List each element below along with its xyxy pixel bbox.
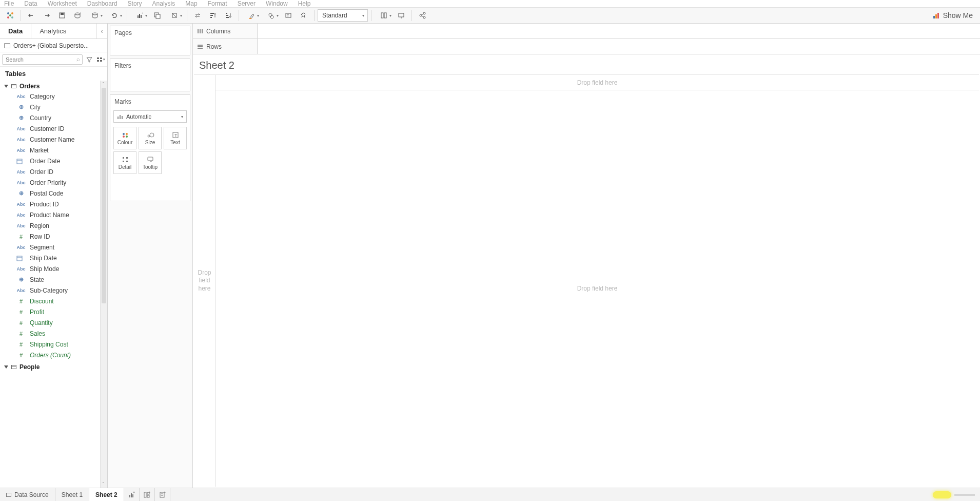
fit-select[interactable]: Standard (318, 9, 368, 22)
highlight-indicator (933, 491, 951, 498)
field-ship-date[interactable]: Ship Date (0, 253, 107, 263)
text-card[interactable]: TText (164, 127, 187, 149)
menu-dashboard[interactable]: Dashboard (86, 0, 119, 7)
field-order-priority[interactable]: AbcOrder Priority (0, 177, 107, 188)
field-orders-count-[interactable]: #Orders (Count) (0, 350, 107, 360)
field-quantity[interactable]: #Quantity (0, 317, 107, 328)
tab-analytics[interactable]: Analytics (31, 24, 74, 38)
drop-columns-zone[interactable]: Drop field here (215, 75, 979, 90)
search-input[interactable]: ⌕ (2, 54, 83, 65)
pause-updates-button[interactable] (86, 9, 104, 22)
table-orders[interactable]: Orders (0, 82, 107, 91)
view-mode-icon[interactable]: ▾ (96, 55, 105, 64)
field-customer-id[interactable]: AbcCustomer ID (0, 123, 107, 134)
pin-button[interactable] (297, 9, 311, 22)
svg-rect-39 (97, 57, 99, 59)
collapse-pane-button[interactable]: ‹ (96, 24, 107, 38)
redo-button[interactable] (40, 9, 54, 22)
field-order-date[interactable]: Order Date (0, 156, 107, 166)
canvas[interactable]: Drop field here Drop field here Drop fie… (194, 74, 979, 487)
presentation-button[interactable] (394, 9, 408, 22)
field-discount[interactable]: #Discount (0, 296, 107, 306)
new-worksheet-button[interactable]: + (130, 9, 149, 22)
datasource-item[interactable]: Orders+ (Global Supersto... (0, 39, 107, 52)
detail-card[interactable]: Detail (113, 151, 136, 174)
table-people[interactable]: People (0, 362, 107, 372)
table-icon (11, 365, 16, 369)
menu-format[interactable]: Format (207, 0, 228, 7)
field-product-name[interactable]: AbcProduct Name (0, 209, 107, 220)
new-story-tab[interactable]: + (155, 488, 170, 501)
swap-button[interactable] (190, 9, 205, 22)
field-category[interactable]: AbcCategory (0, 91, 107, 102)
share-button[interactable] (415, 9, 429, 22)
svg-rect-58 (123, 157, 124, 159)
show-cards-button[interactable] (375, 9, 393, 22)
highlight-button[interactable] (242, 9, 261, 22)
logo-button[interactable] (3, 9, 17, 22)
scrollbar[interactable]: ˄ ˅ (100, 81, 107, 488)
menu-map[interactable]: Map (184, 0, 198, 7)
menu-window[interactable]: Window (265, 0, 289, 7)
pages-shelf[interactable]: Pages (110, 26, 190, 55)
filter-icon[interactable] (85, 55, 94, 64)
field-row-id[interactable]: #Row ID (0, 231, 107, 242)
field-ship-mode[interactable]: AbcShip Mode (0, 263, 107, 274)
sort-desc-button[interactable] (221, 9, 236, 22)
scroll-up-icon[interactable]: ˄ (102, 82, 105, 87)
scroll-thumb[interactable] (102, 88, 106, 303)
refresh-button[interactable] (105, 9, 124, 22)
sheet-title[interactable]: Sheet 2 (193, 54, 980, 74)
clear-button[interactable] (165, 9, 184, 22)
group-button[interactable] (262, 9, 280, 22)
mark-type-select[interactable]: Automatic (113, 110, 187, 123)
filters-shelf[interactable]: Filters (110, 59, 190, 91)
field-order-id[interactable]: AbcOrder ID (0, 166, 107, 177)
new-datasource-button[interactable]: + (70, 9, 85, 22)
field-country[interactable]: ⊕Country (0, 112, 107, 123)
menu-file[interactable]: File (3, 0, 15, 7)
field-sales[interactable]: #Sales (0, 328, 107, 339)
field-postal-code[interactable]: ⊕Postal Code (0, 188, 107, 199)
menu-help[interactable]: Help (297, 0, 312, 7)
menu-story[interactable]: Story (127, 0, 143, 7)
menu-data[interactable]: Data (23, 0, 38, 7)
tab-datasource[interactable]: Data Source (0, 488, 55, 501)
save-button[interactable] (55, 9, 69, 22)
size-card[interactable]: Size (139, 127, 162, 149)
tab-sheet-2[interactable]: Sheet 2 (89, 488, 124, 501)
columns-shelf[interactable] (258, 24, 980, 38)
rows-shelf[interactable] (258, 39, 980, 54)
tab-data[interactable]: Data (0, 24, 31, 38)
show-labels-button[interactable]: T (281, 9, 296, 22)
undo-button[interactable] (24, 9, 38, 22)
menu-server[interactable]: Server (237, 0, 257, 7)
field-sub-category[interactable]: AbcSub-Category (0, 285, 107, 296)
field-profit[interactable]: #Profit (0, 306, 107, 317)
duplicate-button[interactable] (150, 9, 164, 22)
colour-card[interactable]: Colour (113, 127, 136, 149)
field-customer-name[interactable]: AbcCustomer Name (0, 134, 107, 145)
drop-center-zone[interactable]: Drop field here (215, 90, 979, 487)
tooltip-card[interactable]: Tooltip (139, 151, 162, 174)
field-market[interactable]: AbcMarket (0, 145, 107, 156)
scroll-down-icon[interactable]: ˅ (102, 481, 105, 487)
field-city[interactable]: ⊕City (0, 102, 107, 112)
new-worksheet-tab[interactable]: + (124, 488, 140, 501)
svg-rect-61 (126, 161, 128, 162)
menu-worksheet[interactable]: Worksheet (47, 0, 78, 7)
field-product-id[interactable]: AbcProduct ID (0, 199, 107, 209)
field-segment[interactable]: AbcSegment (0, 242, 107, 253)
drop-rows-zone[interactable]: Drop field here (194, 75, 215, 487)
marks-dropzone[interactable] (110, 177, 190, 201)
menu-analysis[interactable]: Analysis (151, 0, 177, 7)
field-shipping-cost[interactable]: #Shipping Cost (0, 339, 107, 350)
tab-sheet-1[interactable]: Sheet 1 (55, 488, 89, 501)
sort-asc-button[interactable] (206, 9, 220, 22)
field-region[interactable]: AbcRegion (0, 220, 107, 231)
show-me-button[interactable]: Show Me (929, 11, 977, 20)
fit-select-label: Standard (322, 12, 347, 19)
datasource-label: Orders+ (Global Supersto... (13, 42, 89, 49)
new-dashboard-tab[interactable]: + (140, 488, 155, 501)
field-state[interactable]: ⊕State (0, 274, 107, 285)
